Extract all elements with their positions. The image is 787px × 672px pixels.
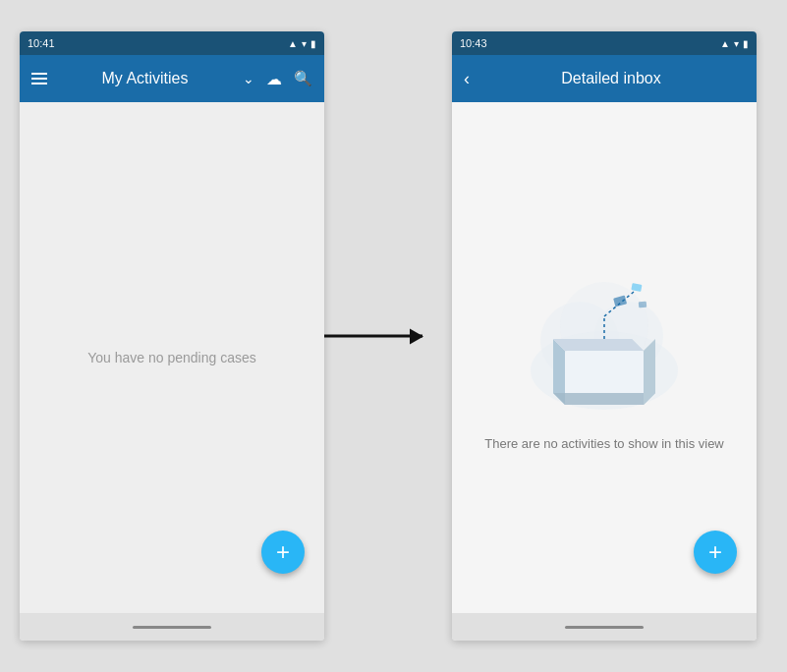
right-wifi-icon: ▾ [734, 38, 739, 49]
right-status-bar: 10:43 ▲ ▾ ▮ [452, 31, 757, 55]
left-status-bar: 10:41 ▲ ▾ ▮ [20, 31, 324, 55]
right-time: 10:43 [460, 37, 487, 49]
left-home-indicator [133, 626, 211, 629]
hamburger-menu-icon[interactable] [31, 73, 47, 84]
left-wifi-icon: ▾ [302, 38, 307, 49]
right-content-area: There are no activities to show in this … [452, 102, 757, 613]
svg-marker-7 [553, 393, 655, 405]
left-nav-icons-right: ⌄ ☁ 🔍 [243, 70, 312, 88]
svg-rect-14 [631, 283, 642, 292]
navigation-arrow [324, 335, 422, 338]
right-nav-bar: ‹ Detailed inbox [452, 55, 757, 102]
right-screen: 10:43 ▲ ▾ ▮ ‹ Detailed inbox [452, 31, 757, 641]
left-content-area: You have no pending cases + [20, 102, 324, 613]
back-icon[interactable]: ‹ [464, 69, 470, 89]
left-screen: 10:41 ▲ ▾ ▮ My Activities ⌄ ☁ 🔍 You ha [20, 31, 324, 641]
inbox-illustration [516, 262, 693, 420]
left-signal-icon: ▲ [288, 38, 298, 49]
svg-rect-15 [639, 302, 646, 308]
left-bottom-bar [20, 613, 324, 641]
right-fab-icon: + [708, 538, 722, 566]
right-status-icons: ▲ ▾ ▮ [720, 38, 749, 49]
left-empty-message: You have no pending cases [87, 350, 256, 365]
right-signal-icon: ▲ [720, 38, 730, 49]
screens-container: 10:41 ▲ ▾ ▮ My Activities ⌄ ☁ 🔍 You ha [0, 0, 787, 672]
left-fab-icon: + [276, 538, 290, 566]
right-battery-icon: ▮ [743, 38, 749, 49]
left-nav-bar: My Activities ⌄ ☁ 🔍 [20, 55, 324, 102]
right-home-indicator [565, 626, 644, 629]
left-fab-button[interactable]: + [261, 531, 305, 574]
arrow-line [324, 335, 422, 338]
svg-marker-10 [553, 339, 644, 351]
left-nav-title: My Activities [47, 70, 243, 87]
right-fab-button[interactable]: + [694, 531, 737, 574]
right-empty-message: There are no activities to show in this … [465, 435, 744, 453]
left-time: 10:41 [28, 37, 55, 49]
right-nav-title: Detailed inbox [478, 70, 745, 87]
left-status-icons: ▲ ▾ ▮ [288, 38, 316, 49]
right-bottom-bar [452, 613, 757, 641]
search-icon[interactable]: 🔍 [294, 70, 312, 87]
left-battery-icon: ▮ [310, 38, 316, 49]
cloud-icon[interactable]: ☁ [266, 70, 282, 88]
chevron-down-icon[interactable]: ⌄ [243, 71, 254, 86]
